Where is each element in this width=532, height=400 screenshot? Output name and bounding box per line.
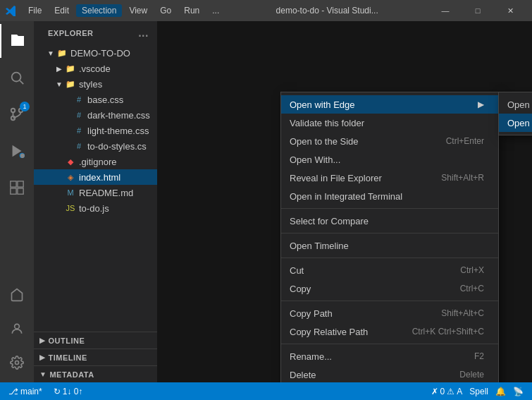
run-debug-activity-icon[interactable]: ⚙ (0, 134, 34, 168)
delete-label: Delete (290, 370, 459, 380)
metadata-panel[interactable]: ▼ METADATA (34, 365, 157, 382)
error-status[interactable]: ✗ 0 ⚠ A (428, 387, 466, 396)
file-tree: ▼ 📁 DEMO-TO-DO ▶ 📁 .vscode ▼ 📁 styles # … (34, 42, 157, 332)
svg-rect-12 (11, 188, 16, 194)
menu-run[interactable]: Run (178, 4, 205, 17)
tree-root[interactable]: ▼ 📁 DEMO-TO-DO (34, 45, 157, 61)
outline-panel[interactable]: ▶ OUTLINE (34, 332, 157, 349)
list-item[interactable]: ▶ 📁 .vscode (34, 61, 157, 76)
context-menu-open-with-edge[interactable]: Open with Edge ▶ (281, 95, 498, 114)
account-activity-icon[interactable] (0, 312, 34, 346)
bell-status[interactable]: 🔔 (493, 387, 509, 396)
svg-rect-10 (11, 181, 16, 187)
context-menu-select-compare[interactable]: Select for Compare (281, 212, 498, 230)
dark-theme-label: dark-theme.css (87, 110, 150, 121)
context-menu-rename[interactable]: Rename... F2 (281, 347, 498, 365)
explorer-menu-icon[interactable]: ... (138, 27, 149, 40)
svg-point-14 (15, 324, 20, 329)
delete-shortcut: Delete (459, 370, 484, 380)
close-button[interactable]: ✕ (494, 0, 526, 21)
menu-more[interactable]: ... (206, 4, 225, 17)
broadcast-icon: 📡 (513, 387, 524, 396)
context-menu-copy-rel-path[interactable]: Copy Relative Path Ctrl+K Ctrl+Shift+C (281, 322, 498, 341)
readme-label: README.md (79, 188, 133, 198)
timeline-panel[interactable]: ▶ TIMELINE (34, 349, 157, 365)
context-menu-delete[interactable]: Delete Delete (281, 365, 498, 382)
root-arrow-icon: ▼ (45, 47, 56, 59)
menu-go[interactable]: Go (154, 4, 177, 17)
remote-activity-icon[interactable] (0, 278, 34, 312)
branch-text: main* (20, 387, 42, 396)
context-menu-open-terminal[interactable]: Open in Integrated Terminal (281, 187, 498, 205)
warning-icon: ⚠ (447, 387, 454, 396)
root-folder-icon: 📁 (56, 47, 68, 59)
list-item[interactable]: # light-theme.css (34, 123, 157, 138)
list-item[interactable]: # base.css (34, 92, 157, 107)
submenu-open-browser[interactable]: Open Browser (499, 95, 532, 114)
cut-label: Cut (290, 265, 460, 276)
open-with-label: Open With... (290, 154, 484, 165)
separator-2 (281, 233, 498, 234)
editor-area[interactable]: Open with Edge ▶ Validate this folder Op… (157, 21, 532, 382)
separator-5 (281, 344, 498, 344)
explorer-activity-icon[interactable] (0, 24, 34, 58)
open-with-edge-label: Open with Edge (290, 99, 472, 110)
menu-edit[interactable]: Edit (49, 4, 75, 17)
list-item[interactable]: M README.md (34, 185, 157, 200)
styles-arrow-icon: ▼ (54, 78, 65, 90)
spell-status[interactable]: Spell (466, 387, 491, 396)
broadcast-status[interactable]: 📡 (510, 387, 526, 396)
reveal-shortcut: Shift+Alt+R (441, 173, 484, 183)
svg-line-2 (20, 80, 23, 84)
js-file-icon: JS (65, 202, 76, 214)
list-item[interactable]: ◈ index.html (34, 169, 157, 185)
copy-rel-path-label: Copy Relative Path (290, 327, 412, 337)
copy-rel-path-shortcut: Ctrl+K Ctrl+Shift+C (412, 327, 484, 337)
context-menu-open-with[interactable]: Open With... (281, 150, 498, 169)
status-bar: ⎇ main* ↻ 1↓ 0↑ ✗ 0 ⚠ A Spell 🔔 📡 (0, 382, 532, 400)
list-item[interactable]: ▼ 📁 styles (34, 76, 157, 92)
rename-shortcut: F2 (474, 351, 484, 361)
sync-status[interactable]: ↻ 1↓ 0↑ (51, 382, 86, 400)
window-title: demo-to-do - Visual Studi... (230, 6, 423, 16)
list-item[interactable]: ◆ .gitignore (34, 154, 157, 169)
index-html-label: index.html (79, 172, 120, 183)
spacer (62, 140, 73, 152)
error-icon: ✗ (431, 387, 438, 396)
open-side-shortcut: Ctrl+Enter (446, 136, 484, 146)
main-layout: 1 ⚙ (0, 21, 532, 382)
open-terminal-label: Open in Integrated Terminal (290, 191, 484, 202)
maximize-button[interactable]: □ (462, 0, 494, 21)
list-item[interactable]: JS to-do.js (34, 200, 157, 216)
context-menu-reveal[interactable]: Reveal in File Explorer Shift+Alt+R (281, 169, 498, 187)
extensions-activity-icon[interactable] (0, 171, 34, 205)
sidebar: Explorer ... ▼ 📁 DEMO-TO-DO ▶ 📁 .vscode … (34, 21, 157, 382)
vscode-arrow-icon: ▶ (54, 63, 65, 74)
context-menu: Open with Edge ▶ Validate this folder Op… (280, 92, 499, 382)
timeline-label: TIMELINE (49, 353, 87, 362)
context-menu-open-side[interactable]: Open to the Side Ctrl+Enter (281, 132, 498, 150)
context-menu-copy-path[interactable]: Copy Path Shift+Alt+C (281, 304, 498, 322)
spell-text: Spell (469, 387, 488, 396)
spacer (62, 109, 73, 121)
list-item[interactable]: # to-do-styles.cs (34, 138, 157, 154)
context-menu-timeline[interactable]: Open Timeline (281, 236, 498, 255)
search-activity-icon[interactable] (0, 61, 34, 95)
menu-selection[interactable]: Selection (76, 4, 122, 17)
context-menu-copy[interactable]: Copy Ctrl+C (281, 279, 498, 298)
titlebar: File Edit Selection View Go Run ... demo… (0, 0, 532, 21)
cut-shortcut: Ctrl+X (460, 265, 484, 275)
context-menu-cut[interactable]: Cut Ctrl+X (281, 261, 498, 279)
minimize-button[interactable]: — (429, 0, 462, 21)
submenu-open-browser-devtools[interactable]: Open Browser with DevTools (499, 114, 532, 132)
list-item[interactable]: # dark-theme.css (34, 107, 157, 123)
settings-activity-icon[interactable] (0, 346, 34, 380)
vscode-folder-icon: 📁 (65, 63, 76, 74)
source-control-activity-icon[interactable]: 1 (0, 97, 34, 131)
menu-file[interactable]: File (23, 4, 47, 17)
separator-1 (281, 208, 498, 209)
menu-view[interactable]: View (123, 4, 153, 17)
branch-status[interactable]: ⎇ main* (6, 382, 45, 400)
context-menu-validate[interactable]: Validate this folder (281, 114, 498, 132)
menu-bar: File Edit Selection View Go Run ... (23, 4, 225, 17)
